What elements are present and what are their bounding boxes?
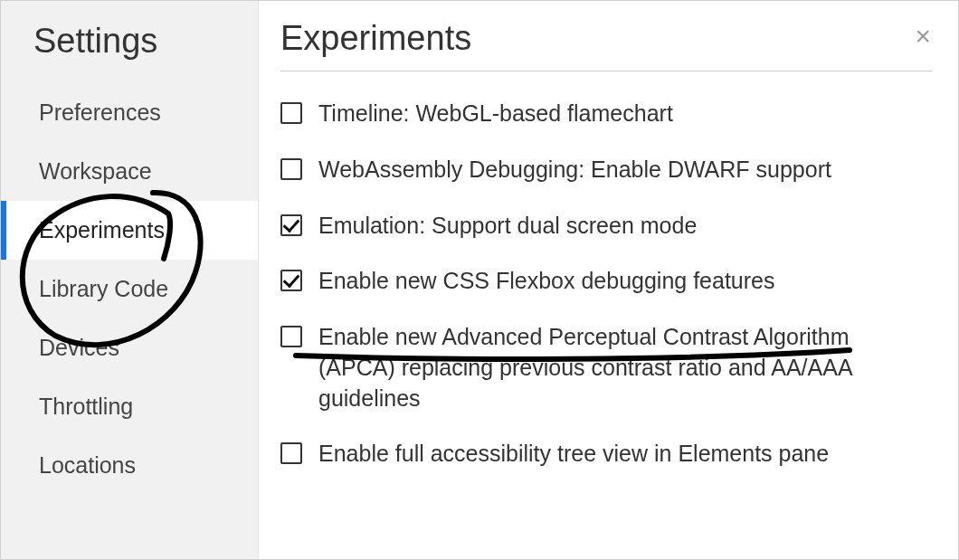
close-icon: × xyxy=(915,21,931,51)
sidebar-item-label: Workspace xyxy=(39,158,152,184)
sidebar-title: Settings xyxy=(1,1,258,83)
experiment-label: WebAssembly Debugging: Enable DWARF supp… xyxy=(318,155,831,185)
sidebar-item-label: Devices xyxy=(39,335,119,360)
experiment-checkbox[interactable] xyxy=(280,270,302,291)
experiment-label: Emulation: Support dual screen mode xyxy=(318,211,697,242)
experiment-checkbox[interactable] xyxy=(280,326,302,347)
experiment-row: Enable new Advanced Perceptual Contrast … xyxy=(280,309,954,426)
sidebar-item-devices[interactable]: Devices xyxy=(1,318,258,377)
page-title: Experiments xyxy=(280,19,933,71)
experiment-row: Timeline: WebGL-based flamechart xyxy=(280,86,954,142)
sidebar-item-locations[interactable]: Locations xyxy=(1,436,258,495)
settings-panel: Settings Preferences Workspace Experimen… xyxy=(0,0,959,560)
experiment-checkbox[interactable] xyxy=(280,214,302,236)
sidebar-item-experiments[interactable]: Experiments xyxy=(1,201,258,260)
main-content: × Experiments Timeline: WebGL-based flam… xyxy=(259,1,958,559)
experiment-row: Enable new CSS Flexbox debugging feature… xyxy=(280,253,954,309)
experiment-row: Emulation: Support dual screen mode xyxy=(280,198,954,254)
experiment-checkbox[interactable] xyxy=(280,158,302,180)
experiments-list[interactable]: Timeline: WebGL-based flamechart WebAsse… xyxy=(280,86,958,559)
experiment-row: Enable full accessibility tree view in E… xyxy=(280,426,954,482)
sidebar-item-preferences[interactable]: Preferences xyxy=(1,83,258,142)
sidebar-item-throttling[interactable]: Throttling xyxy=(1,377,258,436)
sidebar-item-label: Locations xyxy=(39,452,136,478)
experiment-label: Enable new CSS Flexbox debugging feature… xyxy=(318,266,775,297)
experiment-row: WebAssembly Debugging: Enable DWARF supp… xyxy=(280,142,954,198)
experiment-label: Timeline: WebGL-based flamechart xyxy=(318,99,673,129)
experiment-label: Enable new Advanced Perceptual Contrast … xyxy=(318,322,897,413)
sidebar-item-label: Library Code xyxy=(39,276,168,301)
sidebar-item-label: Preferences xyxy=(39,100,161,125)
sidebar-item-library-code[interactable]: Library Code xyxy=(1,260,258,318)
experiment-checkbox[interactable] xyxy=(280,442,302,464)
experiment-checkbox[interactable] xyxy=(280,102,302,124)
experiment-label: Enable full accessibility tree view in E… xyxy=(318,439,829,470)
close-button[interactable]: × xyxy=(915,23,931,50)
sidebar-item-workspace[interactable]: Workspace xyxy=(1,142,258,201)
sidebar-item-label: Experiments xyxy=(39,217,165,242)
sidebar-item-label: Throttling xyxy=(39,394,133,419)
settings-sidebar: Settings Preferences Workspace Experimen… xyxy=(1,1,259,559)
